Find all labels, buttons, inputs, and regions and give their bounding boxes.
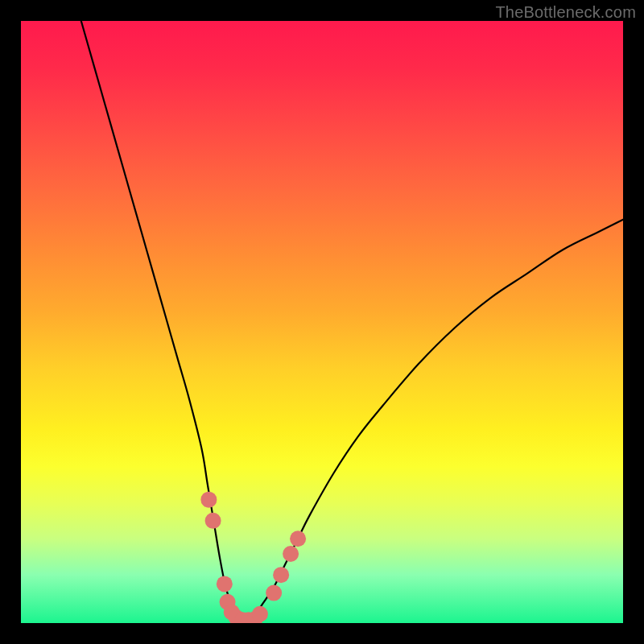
marker-dot — [266, 585, 282, 601]
chart-svg — [21, 21, 623, 623]
bottleneck-curve — [81, 21, 623, 621]
marker-dot — [200, 492, 217, 508]
highlighted-points — [200, 492, 306, 623]
marker-dot — [273, 567, 289, 583]
watermark-text: TheBottleneck.com — [495, 3, 636, 22]
chart-plot-area — [21, 21, 623, 623]
marker-dot — [283, 546, 299, 562]
marker-dot — [217, 576, 233, 592]
marker-dot — [252, 606, 268, 622]
marker-dot — [290, 530, 306, 547]
marker-dot — [205, 513, 221, 529]
